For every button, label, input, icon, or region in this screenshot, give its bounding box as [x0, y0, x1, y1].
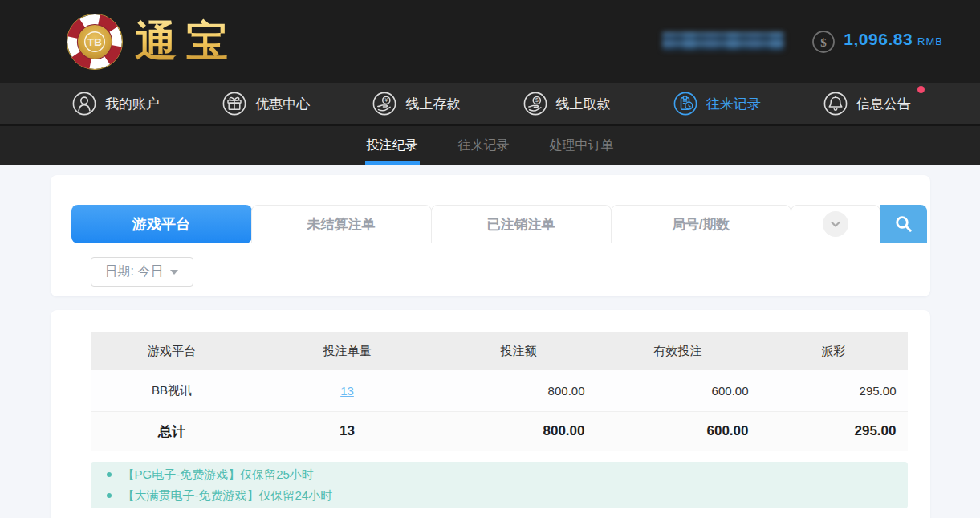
- col-header-payout: 派彩: [760, 332, 908, 370]
- username-redacted: [662, 32, 784, 51]
- nav-item-promotions[interactable]: 优惠中心: [222, 92, 310, 116]
- svg-text:$: $: [535, 97, 539, 103]
- svg-text:¥: ¥: [385, 97, 388, 103]
- nav-item-my-account[interactable]: 我的账户: [72, 92, 160, 116]
- table-header-row: 游戏平台 投注单量 投注额 有效投注 派彩: [91, 332, 908, 370]
- sub-navigation: 投注纪录 往来记录 处理中订单: [0, 124, 980, 165]
- chevron-down-icon: [823, 211, 848, 237]
- user-icon: [72, 92, 96, 116]
- table-row: BB视讯 13 800.00 600.00 295.00: [91, 370, 908, 411]
- records-icon: [673, 92, 697, 116]
- filter-tab-cancelled[interactable]: 已注销注单: [431, 205, 612, 243]
- subtab-betting-records[interactable]: 投注纪录: [365, 126, 420, 165]
- logo-badge-text: TB: [87, 36, 102, 48]
- total-label: 总计: [91, 411, 254, 451]
- filter-tabs-row: 游戏平台 未结算注单 已注销注单 局号/期数: [71, 205, 930, 243]
- col-header-platform: 游戏平台: [91, 332, 254, 370]
- notice-item: 【PG电子-免费游戏】仅保留25小时: [91, 464, 908, 485]
- top-header: TB 通宝 $ 1,096.83 RMB: [0, 0, 980, 83]
- nav-item-records[interactable]: 往来记录: [673, 92, 761, 116]
- col-header-valid-bet: 有效投注: [596, 332, 760, 370]
- total-payout: 295.00: [760, 411, 908, 451]
- col-header-bet-amount: 投注额: [441, 332, 596, 370]
- notice-text: 【PG电子-免费游戏】仅保留25小时: [123, 464, 314, 485]
- bell-icon: [823, 92, 848, 116]
- cell-platform: BB视讯: [91, 370, 254, 411]
- logo-wordmark: 通宝: [135, 14, 238, 70]
- withdraw-icon: $: [523, 92, 547, 116]
- cell-bet-amount: 800.00: [441, 370, 596, 411]
- deposit-icon: ¥: [372, 92, 396, 116]
- nav-label: 我的账户: [105, 95, 160, 113]
- casino-chip-icon: TB: [66, 13, 124, 71]
- filter-dropdown[interactable]: [791, 205, 880, 243]
- balance-currency: RMB: [917, 35, 943, 47]
- nav-item-announcements[interactable]: 信息公告: [823, 92, 911, 116]
- cell-valid-bet: 600.00: [596, 370, 760, 411]
- notification-dot: [917, 86, 925, 93]
- svg-text:$: $: [821, 35, 828, 48]
- notice-box: 【PG电子-免费游戏】仅保留25小时 【大满贯电子-免费游戏】仅保留24小时: [91, 462, 908, 508]
- nav-item-deposit[interactable]: ¥ 线上存款: [372, 92, 460, 116]
- nav-item-withdraw[interactable]: $ 线上取款: [523, 92, 611, 116]
- total-count: 13: [254, 411, 441, 451]
- filter-tab-game-platform[interactable]: 游戏平台: [71, 205, 252, 243]
- bet-count-link[interactable]: 13: [340, 384, 354, 398]
- bullet-icon: [107, 493, 112, 498]
- nav-label: 线上取款: [556, 95, 611, 113]
- nav-label: 线上存款: [405, 95, 460, 113]
- filter-tab-unsettled[interactable]: 未结算注单: [251, 205, 432, 243]
- date-filter-button[interactable]: 日期: 今日: [91, 257, 193, 287]
- site-logo[interactable]: TB 通宝: [66, 13, 238, 71]
- bet-summary-table: 游戏平台 投注单量 投注额 有效投注 派彩 BB视讯 13 800.00 600…: [91, 332, 908, 451]
- filter-card: 游戏平台 未结算注单 已注销注单 局号/期数 日期: 今日: [51, 175, 930, 296]
- search-button[interactable]: [880, 205, 927, 243]
- dollar-coin-icon: $: [811, 30, 836, 54]
- bullet-icon: [107, 472, 112, 477]
- main-navigation: 我的账户 优惠中心 ¥ 线上存款 $ 线上取款: [0, 83, 980, 124]
- balance-display: $ 1,096.83 RMB: [811, 30, 943, 54]
- date-filter-label: 日期: 今日: [105, 263, 164, 280]
- nav-label: 信息公告: [856, 95, 911, 113]
- nav-label: 优惠中心: [255, 95, 310, 113]
- total-valid-bet: 600.00: [596, 411, 760, 451]
- total-bet-amount: 800.00: [441, 411, 596, 451]
- table-total-row: 总计 13 800.00 600.00 295.00: [91, 411, 908, 451]
- search-icon: [893, 214, 914, 235]
- results-card: 游戏平台 投注单量 投注额 有效投注 派彩 BB视讯 13 800.00 600…: [51, 310, 930, 518]
- filter-tab-round-number[interactable]: 局号/期数: [611, 205, 791, 243]
- balance-amount: 1,096.83: [844, 30, 913, 49]
- subtab-transaction-records[interactable]: 往来记录: [457, 126, 511, 165]
- notice-text: 【大满贯电子-免费游戏】仅保留24小时: [123, 485, 333, 506]
- subtab-processing-orders[interactable]: 处理中订单: [548, 126, 616, 165]
- nav-label: 往来记录: [706, 95, 761, 113]
- col-header-bet-count: 投注单量: [254, 332, 441, 370]
- caret-down-icon: [170, 270, 178, 275]
- cell-payout: 295.00: [760, 370, 908, 411]
- page-content: 游戏平台 未结算注单 已注销注单 局号/期数 日期: 今日: [0, 165, 980, 518]
- gift-icon: [222, 92, 246, 116]
- notice-item: 【大满贯电子-免费游戏】仅保留24小时: [91, 485, 908, 506]
